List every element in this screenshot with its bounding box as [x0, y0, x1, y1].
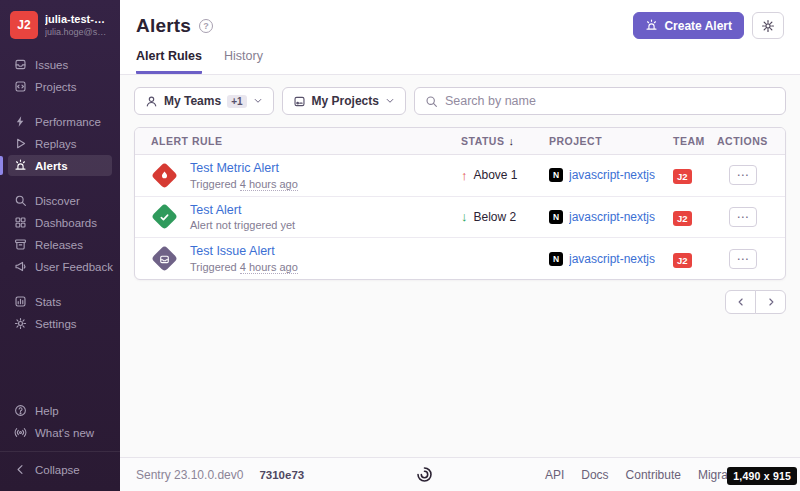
org-email: julia.hoge@sentry.io — [45, 27, 110, 37]
team-cell: J2 — [673, 250, 717, 268]
alert-rule-link[interactable]: Test Issue Alert — [190, 244, 298, 260]
page-footer: Sentry 23.10.0.dev0 7310e73 API Docs Con… — [120, 457, 800, 491]
alert-rule-subtitle: Alert not triggered yet — [190, 219, 295, 231]
tab-alert-rules[interactable]: Alert Rules — [136, 49, 202, 74]
sidebar-item-label: What's new — [35, 427, 94, 439]
nextjs-platform-icon: N — [549, 168, 563, 182]
sentry-logo-icon[interactable] — [416, 466, 433, 483]
title-help-icon[interactable]: ? — [199, 19, 213, 33]
alert-rule-link[interactable]: Test Metric Alert — [190, 161, 298, 177]
previous-page-button[interactable] — [725, 290, 756, 314]
search-input[interactable] — [445, 94, 775, 108]
search-icon — [425, 95, 438, 108]
row-actions-button[interactable]: ⋯ — [729, 165, 757, 185]
fire-icon — [158, 169, 170, 181]
alert-rule-link[interactable]: Test Alert — [190, 203, 295, 219]
my-teams-filter[interactable]: My Teams +1 — [134, 87, 274, 115]
row-actions-button[interactable]: ⋯ — [729, 249, 757, 269]
sidebar-item-whats-new[interactable]: What's new — [8, 422, 112, 443]
sidebar-item-label: Dashboards — [35, 217, 97, 229]
siren-icon — [14, 159, 27, 172]
gear-icon — [14, 317, 27, 330]
sidebar-bottom: Help What's new Collapse — [0, 399, 120, 491]
column-status[interactable]: STATUS ↓ — [461, 135, 549, 147]
org-name: julia-test-org-2 … — [45, 13, 110, 25]
column-alert-rule: ALERT RULE — [151, 135, 461, 147]
dashboard-grid-icon — [14, 216, 27, 229]
issue-alert-icon — [151, 245, 178, 272]
page-header: Alerts ? Create Alert Alert Rules Histor… — [120, 0, 800, 75]
project-link[interactable]: javascript-nextjs — [569, 168, 655, 182]
team-cell: J2 — [673, 208, 717, 226]
status-cell: ↓ Below 2 — [461, 209, 549, 224]
subtitle-prefix: Triggered — [190, 261, 237, 273]
org-switcher[interactable]: J2 julia-test-org-2 … julia.hoge@sentry.… — [0, 0, 120, 48]
footer-link-contribute[interactable]: Contribute — [626, 468, 681, 482]
sidebar-item-label: Issues — [35, 59, 68, 71]
sidebar-item-releases[interactable]: Releases — [8, 234, 112, 255]
sidebar-nav: Issues Projects Performance Replays — [0, 48, 120, 335]
discover-icon — [14, 194, 27, 207]
content-area: My Teams +1 My Projects ALERT RULE — [120, 75, 800, 457]
next-page-button[interactable] — [755, 290, 786, 314]
sidebar-item-settings[interactable]: Settings — [8, 313, 112, 334]
pagination — [134, 290, 786, 314]
sidebar-item-label: Stats — [35, 296, 61, 308]
sidebar-item-label: Alerts — [35, 160, 68, 172]
projects-icon — [14, 80, 27, 93]
alert-rules-table: ALERT RULE STATUS ↓ PROJECT TEAM ACTIONS — [134, 127, 786, 280]
version-label: Sentry 23.10.0.dev0 — [136, 468, 243, 482]
my-projects-filter[interactable]: My Projects — [282, 87, 406, 115]
megaphone-icon — [14, 260, 27, 273]
chevron-right-icon — [766, 297, 776, 307]
page-title: Alerts — [136, 15, 191, 37]
viewport-size-badge: 1,490 x 915 — [727, 467, 797, 485]
footer-link-docs[interactable]: Docs — [581, 468, 608, 482]
project-link[interactable]: javascript-nextjs — [569, 252, 655, 266]
row-actions-button[interactable]: ⋯ — [729, 207, 757, 227]
app-window: J2 julia-test-org-2 … julia.hoge@sentry.… — [0, 0, 800, 491]
relative-time: 4 hours ago — [240, 178, 298, 191]
sidebar-collapse-button[interactable]: Collapse — [14, 461, 106, 478]
sidebar-item-discover[interactable]: Discover — [8, 190, 112, 211]
search-box — [414, 87, 786, 115]
alert-rule-subtitle: Triggered 4 hours ago — [190, 261, 298, 273]
sidebar-item-alerts[interactable]: Alerts — [8, 155, 112, 176]
nextjs-platform-icon: N — [549, 252, 563, 266]
chevron-left-icon — [14, 463, 27, 476]
sidebar-item-performance[interactable]: Performance — [8, 111, 112, 132]
org-avatar: J2 — [10, 11, 38, 39]
siren-icon — [645, 19, 658, 32]
sidebar-item-label: Help — [35, 405, 59, 417]
sidebar-item-label: Discover — [35, 195, 80, 207]
gear-icon — [761, 19, 775, 33]
create-alert-button[interactable]: Create Alert — [633, 12, 744, 39]
metric-alert-critical-icon — [151, 162, 178, 189]
tab-history[interactable]: History — [224, 49, 263, 74]
alerts-settings-button[interactable] — [752, 12, 784, 39]
sidebar-item-issues[interactable]: Issues — [8, 54, 112, 75]
sidebar-item-help[interactable]: Help — [8, 400, 112, 421]
team-avatar: J2 — [673, 253, 692, 268]
create-alert-label: Create Alert — [664, 19, 732, 33]
my-projects-label: My Projects — [312, 94, 379, 108]
play-icon — [14, 137, 27, 150]
sidebar-item-projects[interactable]: Projects — [8, 76, 112, 97]
project-link[interactable]: javascript-nextjs — [569, 210, 655, 224]
sidebar-item-dashboards[interactable]: Dashboards — [8, 212, 112, 233]
sidebar: J2 julia-test-org-2 … julia.hoge@sentry.… — [0, 0, 120, 491]
nextjs-platform-icon: N — [549, 210, 563, 224]
project-cell: N javascript-nextjs — [549, 210, 673, 224]
team-cell: J2 — [673, 166, 717, 184]
sidebar-item-stats[interactable]: Stats — [8, 291, 112, 312]
footer-link-api[interactable]: API — [545, 468, 564, 482]
sidebar-item-user-feedback[interactable]: User Feedback — [8, 256, 112, 277]
org-meta: julia-test-org-2 … julia.hoge@sentry.io — [45, 13, 110, 37]
sidebar-item-replays[interactable]: Replays — [8, 133, 112, 154]
arrow-up-icon: ↑ — [461, 168, 468, 183]
build-sha: 7310e73 — [259, 469, 304, 481]
chevron-down-icon — [385, 96, 395, 106]
lightning-icon — [14, 115, 27, 128]
column-actions: ACTIONS — [717, 135, 769, 147]
issues-icon — [14, 58, 27, 71]
